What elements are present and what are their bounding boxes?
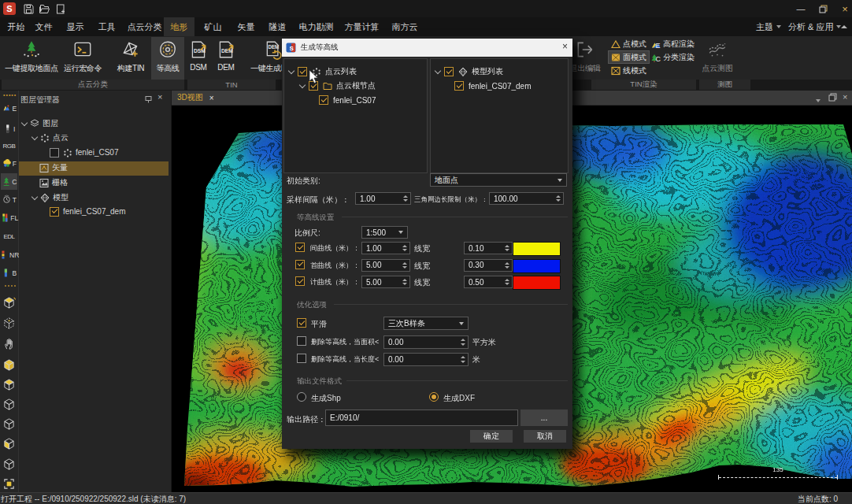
- ribbon-tab-工具[interactable]: 工具: [94, 17, 119, 36]
- ribbon-tab-方量计算[interactable]: 方量计算: [343, 17, 380, 36]
- tool-cube-outline-3[interactable]: [1, 456, 17, 472]
- mode-button-线模式[interactable]: 线模式: [609, 65, 649, 76]
- viewbar-close-icon[interactable]: ×: [843, 92, 847, 102]
- tool-cube-solid[interactable]: [1, 357, 17, 373]
- tool-nr-squares[interactable]: NR: [1, 246, 17, 263]
- mode-button-高程渲染[interactable]: E高程渲染: [649, 38, 697, 50]
- tool-intensity-bar[interactable]: I: [1, 120, 17, 137]
- scale-combo[interactable]: 1:500: [361, 226, 408, 239]
- tool-pan-hand[interactable]: [1, 335, 17, 352]
- tool-fl-bars[interactable]: FL: [1, 209, 17, 226]
- browse-button[interactable]: ...: [520, 410, 568, 426]
- index-contour-linewidth-spin[interactable]: 0.50: [464, 276, 513, 288]
- mode-button-点模式[interactable]: 点模式: [609, 38, 649, 50]
- index-contour-interval-spin[interactable]: 5.00: [361, 276, 410, 288]
- save-icon[interactable]: [23, 3, 35, 15]
- tool-cloud-color[interactable]: F: [1, 155, 17, 172]
- analysis-apps-menu[interactable]: 分析 & 应用: [788, 17, 841, 36]
- expander-icon[interactable]: [288, 68, 294, 74]
- delete-by-length-checkbox[interactable]: [297, 354, 306, 365]
- primary-contour-interval-spin[interactable]: 5.00: [361, 259, 410, 272]
- tool-class-tree[interactable]: C: [1, 173, 17, 190]
- pointcloud-tree-item-点云根节点[interactable]: 点云根节点: [300, 79, 376, 93]
- ribbon-tab-点云分类[interactable]: 点云分类: [126, 17, 163, 36]
- shp-radio[interactable]: [297, 392, 306, 402]
- ribbon-button-运行宏命令[interactable]: 运行宏命令: [60, 37, 106, 80]
- expander-icon[interactable]: [435, 68, 441, 74]
- tool-cube-top-face[interactable]: [1, 376, 17, 393]
- minimize-button[interactable]: —: [790, 0, 812, 17]
- ok-button[interactable]: 确定: [470, 430, 513, 443]
- tool-cube-top-arrow[interactable]: [1, 295, 17, 311]
- smooth-method-combo[interactable]: 三次B样条: [383, 317, 469, 330]
- layer-tree-item-图层[interactable]: 图层: [22, 116, 58, 131]
- initial-class-combo[interactable]: 地面点: [430, 173, 567, 187]
- ribbon-tab-开始[interactable]: 开始: [4, 17, 28, 36]
- primary-contour-linewidth-spin[interactable]: 0.30: [464, 259, 513, 272]
- visibility-checkbox[interactable]: [50, 148, 59, 158]
- index-contour-color-swatch[interactable]: [513, 276, 561, 290]
- tool-cube-outline-1[interactable]: [1, 396, 17, 413]
- collapse-ribbon-icon[interactable]: [841, 17, 847, 36]
- ribbon-button-一键提取地面点[interactable]: 一键提取地面点: [2, 37, 61, 80]
- ribbon-button-点云测图[interactable]: 点云测图: [699, 37, 735, 80]
- ribbon-button-构建TIN[interactable]: 构建TIN: [110, 37, 151, 80]
- item-checkbox[interactable]: [454, 81, 464, 91]
- ribbon-tab-文件[interactable]: 文件: [31, 17, 56, 36]
- model-tree-item-fenlei_CS07_dem[interactable]: fenlei_CS07_dem: [446, 79, 532, 93]
- dock-pin-icon[interactable]: [144, 95, 153, 104]
- viewbar-float-icon[interactable]: [828, 93, 837, 102]
- open-folder-icon[interactable]: [39, 3, 50, 15]
- ribbon-tab-矢量[interactable]: 矢量: [234, 17, 258, 36]
- tool-elevation-mountain[interactable]: E: [1, 100, 17, 117]
- delete-by-area-spin[interactable]: 0.00: [383, 335, 469, 349]
- layer-tree-item-矢量[interactable]: 矢量: [32, 160, 68, 175]
- item-checkbox[interactable]: [298, 67, 307, 76]
- layer-tree-item-模型[interactable]: 模型: [32, 190, 69, 205]
- primary-contour-color-swatch[interactable]: [513, 259, 561, 273]
- ribbon-button-DSM[interactable]: DSMDSM: [185, 37, 212, 80]
- sample-interval-spin[interactable]: 1.00: [355, 192, 411, 205]
- intermediate-contour-linewidth-spin[interactable]: 0.10: [464, 242, 513, 254]
- layer-tree-item-点云[interactable]: 点云: [32, 130, 69, 145]
- expander-icon[interactable]: [31, 193, 38, 199]
- model-tree-item-模型列表[interactable]: 模型列表: [435, 65, 503, 79]
- viewbar-dropdown-icon[interactable]: [816, 95, 821, 104]
- smooth-checkbox[interactable]: [297, 318, 306, 329]
- ribbon-tab-矿山[interactable]: 矿山: [201, 17, 225, 36]
- layer-tree-item-fenlei_CS07[interactable]: fenlei_CS07: [43, 145, 118, 160]
- tool-cube-dice[interactable]: [1, 315, 17, 332]
- dialog-close-button[interactable]: ×: [562, 41, 568, 52]
- ribbon-button-DEM[interactable]: DEMDEM: [213, 37, 239, 80]
- tool-rgb-text[interactable]: RGB: [1, 138, 17, 154]
- ribbon-tab-显示[interactable]: 显示: [63, 17, 87, 36]
- item-checkbox[interactable]: [319, 95, 328, 105]
- intermediate-contour-checkbox[interactable]: [295, 243, 305, 254]
- cancel-button[interactable]: 取消: [524, 430, 566, 443]
- expander-icon[interactable]: [299, 82, 306, 88]
- tool-focus-square[interactable]: [1, 476, 17, 492]
- tool-cube-outline-2[interactable]: [1, 416, 17, 432]
- ribbon-tab-隧道[interactable]: 隧道: [265, 17, 290, 36]
- mode-button-分类渲染[interactable]: C分类渲染: [649, 51, 697, 63]
- layer-tree-item-栅格[interactable]: 栅格: [32, 175, 68, 190]
- ribbon-tab-电力勘测[interactable]: 电力勘测: [298, 17, 335, 36]
- dxf-radio[interactable]: [429, 392, 439, 402]
- theme-menu[interactable]: 主题: [756, 17, 781, 36]
- layer-tree-item-fenlei_CS07_dem[interactable]: fenlei_CS07_dem: [43, 204, 126, 219]
- tool-cube-front-face[interactable]: [1, 435, 17, 452]
- visibility-checkbox[interactable]: [50, 207, 59, 217]
- delete-by-length-spin[interactable]: 0.00: [383, 353, 469, 366]
- dialog-title-bar[interactable]: S 生成等高线 ×: [282, 39, 572, 57]
- expander-icon[interactable]: [31, 133, 38, 139]
- mode-button-面模式[interactable]: 面模式: [609, 51, 649, 63]
- index-contour-checkbox[interactable]: [295, 276, 305, 287]
- restore-button[interactable]: [812, 0, 834, 17]
- close-button[interactable]: ×: [834, 0, 852, 17]
- intermediate-contour-color-swatch[interactable]: [513, 242, 561, 256]
- output-path-input[interactable]: E:/0910/: [325, 410, 518, 426]
- tool-time-clock[interactable]: T: [1, 191, 17, 208]
- delete-by-area-checkbox[interactable]: [297, 336, 306, 347]
- tri-edge-limit-spin[interactable]: 100.00: [489, 192, 564, 205]
- pointcloud-tree-item-fenlei_CS07[interactable]: fenlei_CS07: [311, 93, 376, 107]
